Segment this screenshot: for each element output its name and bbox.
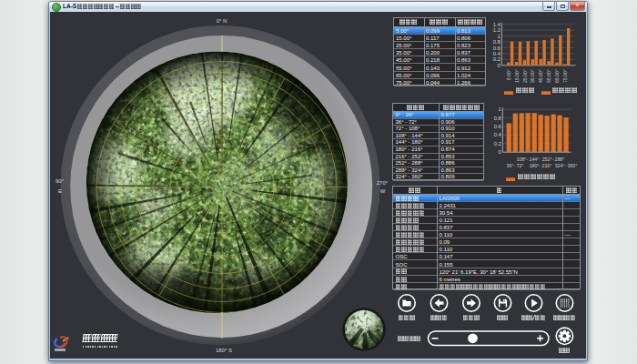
svg-text:0: 0 [497,63,500,68]
svg-text:90°: 90° [56,178,65,184]
svg-text:1.4: 1.4 [493,22,501,27]
svg-text:324°- 360°: 324°- 360° [555,163,578,168]
svg-text:65.00°: 65.00° [554,69,560,83]
svg-text:E: E [58,188,62,194]
svg-text:0.2: 0.2 [493,56,500,62]
svg-text:0.4: 0.4 [494,132,502,137]
svg-text:75.00°: 75.00° [562,69,568,83]
svg-text:0.8: 0.8 [494,116,501,121]
svg-text:5.00°: 5.00° [506,69,511,80]
svg-text:180°- 216°: 180°- 216° [530,163,552,168]
svg-text:1: 1 [499,106,501,112]
svg-text:15.00°: 15.00° [514,69,520,83]
svg-text:0.6: 0.6 [493,46,500,51]
svg-text:0° N: 0° N [217,18,228,24]
svg-text:0.2: 0.2 [494,141,501,147]
svg-text:25.00°: 25.00° [522,69,528,83]
svg-text:0.6: 0.6 [494,124,501,129]
svg-text:36°- 72°: 36°- 72° [507,163,524,168]
svg-text:0.4: 0.4 [493,51,501,56]
svg-text:252°- 288°: 252°- 288° [542,157,565,162]
svg-text:W: W [380,188,386,194]
svg-text:1: 1 [497,34,500,39]
svg-text:108°- 144°: 108°- 144° [517,157,540,162]
svg-text:45.00°: 45.00° [538,69,543,83]
svg-text:0: 0 [499,149,501,155]
svg-text:55.00°: 55.00° [546,69,551,83]
svg-text:180° S: 180° S [216,348,232,353]
svg-text:1.2: 1.2 [493,27,500,33]
svg-text:270°: 270° [377,180,389,186]
svg-text:35.00°: 35.00° [530,69,535,83]
svg-text:0.8: 0.8 [493,39,500,45]
